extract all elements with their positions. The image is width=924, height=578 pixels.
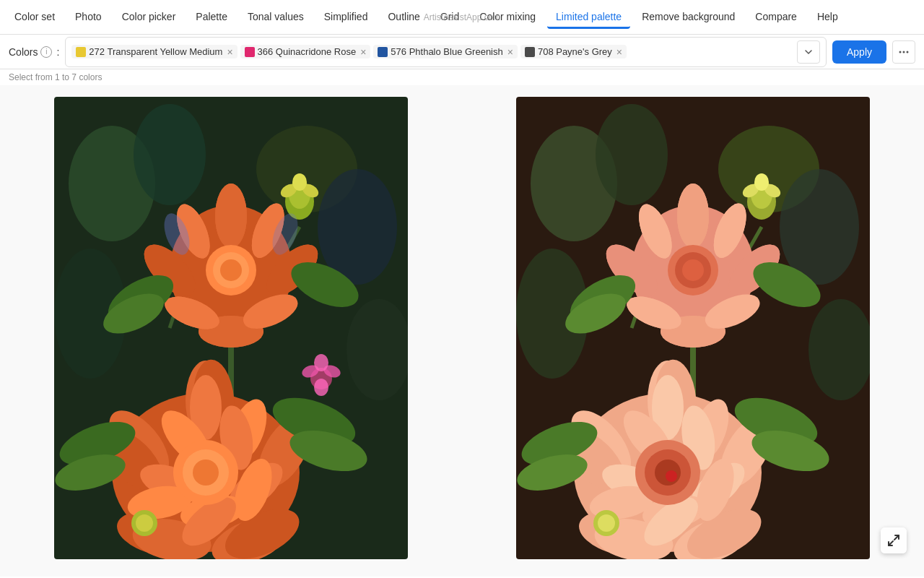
svg-point-98 xyxy=(677,184,709,249)
chip-remove-4[interactable]: × xyxy=(616,47,622,57)
chip-remove-1[interactable]: × xyxy=(227,47,232,57)
colors-label: Colors i : xyxy=(9,46,59,58)
nav-item-grid[interactable]: Grid xyxy=(432,7,468,29)
nav-item-remove-background[interactable]: Remove background xyxy=(633,7,744,29)
svg-point-5 xyxy=(134,104,206,205)
nav-item-photo[interactable]: Photo xyxy=(66,7,110,29)
color-swatch-3 xyxy=(378,47,388,57)
svg-point-17 xyxy=(292,173,307,191)
hint-bar: Select from 1 to 7 colors xyxy=(0,69,924,85)
nav-item-simplified[interactable]: Simplified xyxy=(315,7,377,29)
chip-remove-2[interactable]: × xyxy=(360,47,366,57)
svg-point-23 xyxy=(215,184,247,249)
apply-button[interactable]: Apply xyxy=(832,40,886,64)
nav-item-outline[interactable]: Outline xyxy=(379,7,428,29)
svg-point-80 xyxy=(596,104,668,205)
color-chip-1[interactable]: 272 Transparent Yellow Medium × xyxy=(71,45,237,59)
nav-bar: Color set Photo Color picker Palette Ton… xyxy=(0,0,924,35)
color-swatch-4 xyxy=(525,47,535,57)
svg-point-77 xyxy=(314,379,328,396)
colors-text: Colors xyxy=(9,46,38,58)
color-swatch-1 xyxy=(76,47,86,57)
nav-item-color-mixing[interactable]: Color mixing xyxy=(471,7,544,29)
color-chip-label-3: 576 Phthalo Blue Greenish xyxy=(391,46,502,57)
color-chip-4[interactable]: 708 Payne's Grey × xyxy=(520,45,627,59)
right-image-panel xyxy=(462,85,924,571)
left-flower-svg xyxy=(54,97,408,559)
nav-item-color-set[interactable]: Color set xyxy=(6,7,64,29)
svg-point-2 xyxy=(907,51,909,53)
more-icon xyxy=(897,46,910,59)
nav-item-limited-palette[interactable]: Limited palette xyxy=(547,7,630,29)
expand-icon xyxy=(887,534,900,547)
nav-item-palette[interactable]: Palette xyxy=(187,7,236,29)
colors-bar: Colors i : 272 Transparent Yellow Medium… xyxy=(0,35,924,69)
svg-point-66 xyxy=(193,460,219,486)
color-chip-label-4: 708 Payne's Grey xyxy=(538,46,612,57)
svg-point-37 xyxy=(220,259,242,281)
left-flower-image xyxy=(54,97,408,559)
svg-point-112 xyxy=(682,259,704,281)
svg-point-1 xyxy=(903,51,905,53)
svg-point-92 xyxy=(754,173,769,191)
color-chip-label-1: 272 Transparent Yellow Medium xyxy=(89,46,222,57)
more-options-button[interactable] xyxy=(892,40,915,64)
color-chip-2[interactable]: 366 Quinacridone Rose × xyxy=(240,45,371,59)
svg-point-140 xyxy=(666,470,677,482)
left-image-panel xyxy=(0,85,462,571)
svg-point-76 xyxy=(314,354,328,371)
svg-point-68 xyxy=(136,514,153,532)
expand-button[interactable] xyxy=(881,527,907,553)
color-chip-label-2: 366 Quinacridone Rose xyxy=(258,46,357,57)
color-chips-container: 272 Transparent Yellow Medium × 366 Quin… xyxy=(65,37,827,67)
image-area xyxy=(0,85,924,577)
nav-item-tonal-values[interactable]: Tonal values xyxy=(239,7,313,29)
svg-point-0 xyxy=(899,51,902,53)
dropdown-button[interactable] xyxy=(797,40,820,64)
nav-item-help[interactable]: Help xyxy=(808,7,847,29)
color-swatch-2 xyxy=(245,47,255,57)
nav-item-color-picker[interactable]: Color picker xyxy=(113,7,185,29)
info-icon[interactable]: i xyxy=(40,46,52,58)
chevron-down-icon xyxy=(804,48,813,56)
right-flower-svg xyxy=(516,97,870,559)
svg-point-142 xyxy=(598,514,615,532)
hint-text: Select from 1 to 7 colors xyxy=(9,72,102,82)
nav-item-compare[interactable]: Compare xyxy=(746,7,806,29)
chip-remove-3[interactable]: × xyxy=(507,47,513,57)
right-flower-image xyxy=(516,97,870,559)
color-chip-3[interactable]: 576 Phthalo Blue Greenish × xyxy=(373,45,518,59)
